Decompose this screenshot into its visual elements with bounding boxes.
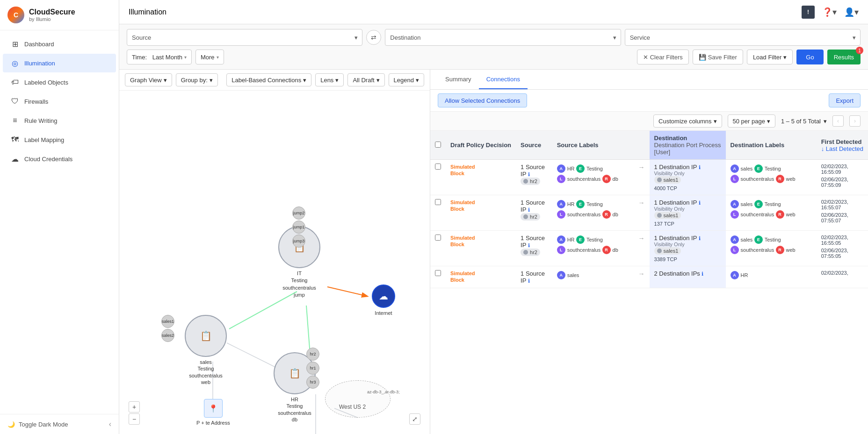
sidebar-item-illumination[interactable]: ◎ Illumination [3, 54, 116, 72]
sidebar: C CloudSecure by Illumio ⊞ Dashboard ◎ I… [0, 0, 119, 434]
sales1-node[interactable]: sales1 [161, 315, 174, 328]
source-ip: 1 Source IP [521, 164, 545, 178]
source-info-icon[interactable]: ℹ [528, 171, 530, 177]
source-info-icon[interactable]: ℹ [528, 207, 530, 213]
per-page-button[interactable]: 50 per page ▾ [728, 114, 775, 128]
save-icon: 💾 [699, 54, 706, 61]
hr2-node[interactable]: hr2 [306, 348, 319, 361]
sales2-node[interactable]: sales2 [161, 329, 174, 342]
az-node: az-db-3_,ar-db-3; [367, 390, 400, 394]
export-button[interactable]: Export [829, 93, 861, 107]
sidebar-nav: ⊞ Dashboard ◎ Illumination 🏷 Labeled Obj… [0, 30, 119, 414]
col-destination: Destination Destination Port Process [Us… [650, 131, 726, 160]
save-filter-button[interactable]: 💾 Save Filter [693, 50, 743, 64]
right-panel: Summary Connections Allow Selected Conne… [430, 70, 868, 434]
topbar-right: ! ❓▾ 👤▾ [802, 6, 859, 19]
private-address-label: P + te Address [196, 420, 230, 426]
west-us2-node[interactable]: West US 2 [339, 404, 366, 410]
service-filter-select[interactable]: Service [625, 29, 861, 46]
jump1-node[interactable]: jump1 [292, 221, 305, 234]
private-address-node[interactable]: 📍 P + te Address [196, 399, 230, 426]
zoom-in-button[interactable]: + [129, 401, 140, 413]
sidebar-item-cloud-credentials[interactable]: ☁ Cloud Credentials [3, 149, 116, 168]
row-checkbox[interactable] [435, 199, 441, 205]
dest-info-icon[interactable]: ℹ [699, 164, 701, 170]
status-badge: SimulatedBlock [450, 235, 475, 247]
table-row: SimulatedBlock 1 Source IP ℹ Asales → 2 … [430, 266, 868, 288]
more-label: More [201, 54, 215, 61]
time-filter-tag[interactable]: Time: Last Month ▾ [127, 50, 192, 64]
dest-info-icon[interactable]: ℹ [699, 200, 701, 206]
next-page-button[interactable]: › [849, 115, 861, 127]
all-draft-button[interactable]: All Draft ▾ [347, 73, 384, 86]
dest-ip: 1 Destination IP [654, 199, 697, 206]
label-based-button[interactable]: Label-Based Connections ▾ [226, 73, 311, 86]
allow-selected-button[interactable]: Allow Selected Connections [438, 93, 527, 107]
sidebar-item-firewalls[interactable]: 🛡 Firewalls [3, 92, 116, 111]
group-by-button[interactable]: Group by: ▾ [176, 73, 218, 86]
row-checkbox[interactable] [435, 164, 441, 170]
sidebar-bottom[interactable]: 🌙 Toggle Dark Mode ‹ [0, 414, 119, 434]
sidebar-item-label-mapping[interactable]: 🗺 Label Mapping [3, 130, 116, 149]
source-info-icon[interactable]: ℹ [528, 242, 530, 248]
customize-caret: ▾ [714, 118, 717, 125]
user-icon[interactable]: 👤▾ [844, 7, 859, 17]
hr1-node[interactable]: hr1 [306, 362, 319, 375]
tab-connections[interactable]: Connections [479, 70, 528, 89]
jump2-node[interactable]: jump2 [292, 206, 305, 220]
sidebar-item-labeled-objects[interactable]: 🏷 Labeled Objects [3, 73, 116, 92]
zoom-out-button[interactable]: − [129, 413, 140, 425]
customize-columns-button[interactable]: Customize columns ▾ [653, 114, 722, 128]
select-all-checkbox[interactable] [435, 142, 441, 148]
expand-button[interactable]: ⤢ [409, 413, 420, 425]
badge-R: R [602, 175, 611, 183]
clear-filters-button[interactable]: ✕ Clear Filters [637, 50, 689, 64]
it-node[interactable]: 📋 jump2 jump1 jump3 ITTestingsouthcentra… [278, 226, 320, 299]
legend-button[interactable]: Legend ▾ [389, 73, 424, 86]
dest-info-icon[interactable]: ℹ [699, 235, 701, 241]
notification-icon[interactable]: ! [802, 6, 815, 19]
results-button[interactable]: Results 1 [827, 50, 861, 64]
group-by-label: Group by: [181, 77, 208, 84]
destination-filter-select[interactable]: Destination [385, 29, 621, 46]
firewalls-icon: 🛡 [10, 97, 20, 106]
row-checkbox[interactable] [435, 235, 441, 241]
sidebar-collapse-icon[interactable]: ‹ [109, 420, 111, 428]
jump3-node[interactable]: jump3 [292, 235, 305, 248]
source-cell: 1 Source IP ℹ hr2 [516, 231, 552, 266]
dest-info-icon[interactable]: ℹ [702, 271, 703, 277]
hr3-node[interactable]: hr3 [306, 376, 319, 389]
internet-node[interactable]: ☁ Internet [372, 285, 395, 316]
hr-node[interactable]: 📋 hr2 hr1 hr3 HRTestingsouthcentralusdb [274, 352, 316, 423]
hr2-source-badge: hr2 [521, 178, 540, 185]
sales-node-label: salesTestingsouthcentralusweb [189, 359, 223, 385]
graph-view-button[interactable]: Graph View ▾ [125, 73, 172, 86]
tab-summary[interactable]: Summary [438, 70, 479, 89]
it-node-label: ITTestingsouthcentralusjump [282, 270, 316, 299]
load-filter-button[interactable]: Load Filter ▾ [747, 50, 793, 64]
graph-view-label: Graph View [130, 77, 162, 84]
go-button[interactable]: Go [796, 50, 823, 64]
panel-tabs: Summary Connections [430, 70, 868, 90]
save-filter-label: Save Filter [708, 54, 737, 61]
lens-button[interactable]: Lens ▾ [315, 73, 344, 86]
connections-table: Draft Policy Decision Source Source Labe… [430, 131, 868, 288]
source-filter-wrap: Source [127, 29, 362, 46]
col-source: Source [516, 131, 552, 160]
sidebar-item-label: Label Mapping [24, 136, 64, 143]
swap-source-dest-button[interactable]: ⇄ [366, 30, 381, 45]
sidebar-item-rule-writing[interactable]: ≡ Rule Writing [3, 111, 116, 130]
graph-canvas[interactable]: 📋 jump2 jump1 jump3 ITTestingsouthcentra… [119, 91, 430, 434]
pagination-info: 1 – 5 of 5 Total ▾ [781, 118, 827, 125]
source-filter-select[interactable]: Source [127, 29, 362, 46]
sales-node[interactable]: 📋 sales1 sales2 salesTestingsouthcentral… [185, 315, 227, 385]
source-info-icon[interactable]: ℹ [528, 278, 530, 284]
sidebar-item-dashboard[interactable]: ⊞ Dashboard [3, 35, 116, 53]
dest-labels-cell: Asales ETesting Lsouthcentralus Rweb [726, 231, 817, 266]
prev-page-button[interactable]: ‹ [832, 115, 844, 127]
graph-toolbar: Graph View ▾ Group by: ▾ Label-Based Con… [119, 70, 430, 91]
row-checkbox[interactable] [435, 270, 441, 276]
west-us2-region [325, 380, 391, 418]
help-icon[interactable]: ❓▾ [822, 7, 837, 17]
more-filter-tag[interactable]: More ▾ [195, 50, 224, 64]
